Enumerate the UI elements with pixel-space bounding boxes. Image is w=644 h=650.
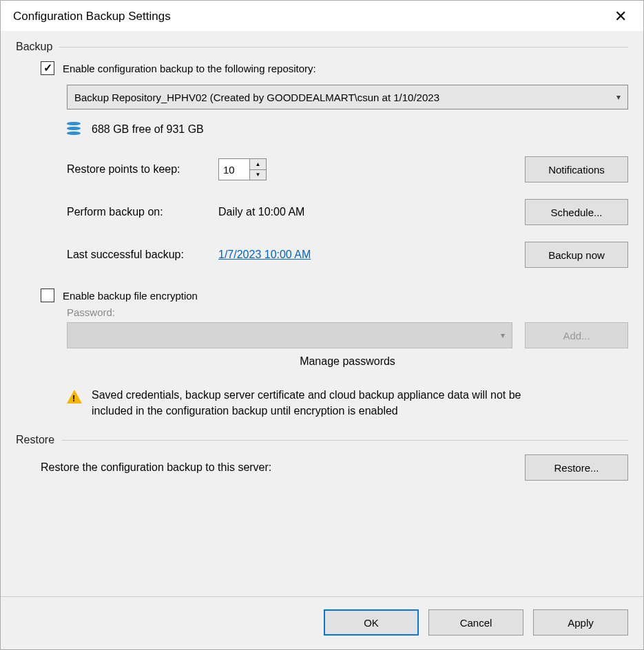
warning-text: Saved credentials, backup server certifi… xyxy=(92,387,532,419)
warning-icon xyxy=(67,390,82,403)
manage-passwords-link[interactable]: Manage passwords xyxy=(141,355,554,368)
ok-button[interactable]: OK xyxy=(324,609,419,636)
repository-dropdown[interactable]: Backup Repository_HPHV02 (Created by GOO… xyxy=(67,85,628,109)
restore-points-spinner[interactable]: ▲ ▼ xyxy=(218,158,267,180)
restore-text: Restore the configuration backup to this… xyxy=(41,461,271,474)
perform-label: Perform backup on: xyxy=(67,206,218,218)
password-dropdown: ▾ xyxy=(67,322,512,348)
enable-backup-row: Enable configuration backup to the follo… xyxy=(41,61,628,75)
last-backup-label: Last successful backup: xyxy=(67,249,218,261)
repository-row: Backup Repository_HPHV02 (Created by GOO… xyxy=(67,85,628,109)
perform-value: Daily at 10:00 AM xyxy=(218,206,525,218)
restore-points-input[interactable] xyxy=(219,159,249,180)
divider xyxy=(61,440,628,441)
titlebar: Configuration Backup Settings ✕ xyxy=(1,1,643,31)
notifications-button[interactable]: Notifications xyxy=(525,156,628,182)
restore-group-label: Restore xyxy=(16,434,628,446)
spinner-up-icon[interactable]: ▲ xyxy=(250,159,266,170)
last-backup-row: Last successful backup: 1/7/2023 10:00 A… xyxy=(67,242,628,268)
dialog-body: Backup Enable configuration backup to th… xyxy=(1,31,643,649)
spinner-down-icon[interactable]: ▼ xyxy=(250,170,266,180)
footer: OK Cancel Apply xyxy=(16,609,628,642)
last-backup-link[interactable]: 1/7/2023 10:00 AM xyxy=(218,249,311,260)
disk-icon xyxy=(67,122,82,137)
warning-row: Saved credentials, backup server certifi… xyxy=(67,387,628,419)
add-password-button: Add... xyxy=(525,322,628,348)
free-space-row: 688 GB free of 931 GB xyxy=(67,122,628,137)
encrypt-row: Enable backup file encryption xyxy=(41,289,628,302)
dialog-title: Configuration Backup Settings xyxy=(13,10,171,23)
restore-group-text: Restore xyxy=(16,434,54,446)
apply-button[interactable]: Apply xyxy=(533,609,628,636)
close-icon: ✕ xyxy=(614,8,627,25)
divider xyxy=(59,47,628,48)
schedule-button[interactable]: Schedule... xyxy=(525,199,628,225)
close-button[interactable]: ✕ xyxy=(607,8,634,25)
restore-row: Restore the configuration backup to this… xyxy=(41,454,628,481)
dialog-window: Configuration Backup Settings ✕ Backup E… xyxy=(0,0,644,650)
chevron-down-icon: ▾ xyxy=(616,92,621,102)
chevron-down-icon: ▾ xyxy=(501,331,505,340)
free-space-text: 688 GB free of 931 GB xyxy=(92,123,204,136)
enable-backup-checkbox[interactable] xyxy=(41,61,54,75)
restore-points-label: Restore points to keep: xyxy=(67,163,218,176)
restore-points-row: Restore points to keep: ▲ ▼ Notification… xyxy=(67,156,628,182)
enable-backup-label: Enable configuration backup to the follo… xyxy=(63,63,316,74)
encrypt-checkbox[interactable] xyxy=(41,289,54,302)
repository-value: Backup Repository_HPHV02 (Created by GOO… xyxy=(74,92,439,103)
encrypt-label: Enable backup file encryption xyxy=(63,290,198,302)
perform-row: Perform backup on: Daily at 10:00 AM Sch… xyxy=(67,199,628,225)
restore-button[interactable]: Restore... xyxy=(525,454,628,481)
footer-divider xyxy=(1,596,643,597)
password-label: Password: xyxy=(67,306,628,318)
password-section: Password: ▾ Add... Manage passwords xyxy=(67,306,628,387)
backup-group-text: Backup xyxy=(16,41,52,53)
backup-now-button[interactable]: Backup now xyxy=(525,242,628,268)
backup-group-label: Backup xyxy=(16,41,628,53)
cancel-button[interactable]: Cancel xyxy=(428,609,523,636)
